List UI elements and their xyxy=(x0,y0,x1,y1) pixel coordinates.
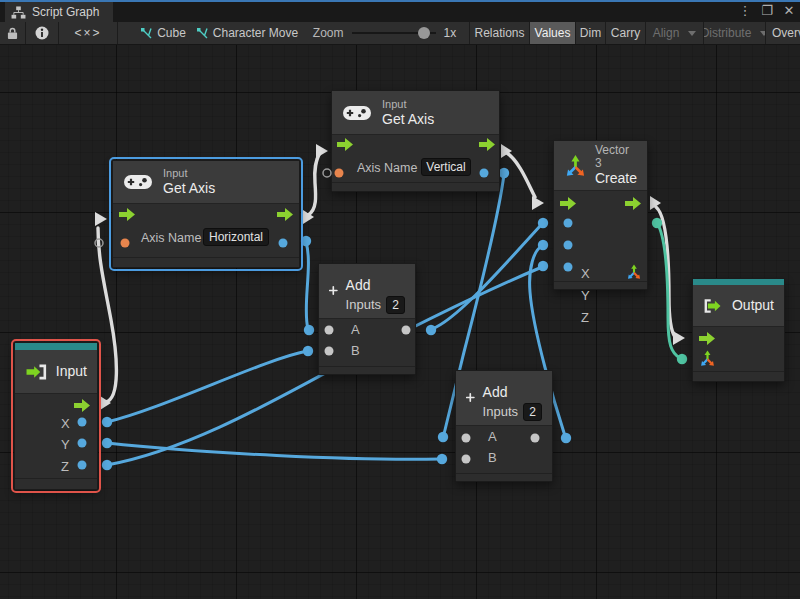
node-title: Add xyxy=(346,277,405,294)
toggle-label: Overv xyxy=(772,26,800,40)
node-title: Get Axis xyxy=(382,111,434,128)
node-title: Input xyxy=(56,363,87,380)
node-vector3-create[interactable]: Vector 3 Create X Y Z xyxy=(553,140,648,290)
node-body: A B xyxy=(319,319,415,368)
node-add-2[interactable]: Add Inputs 2 A B xyxy=(455,370,553,482)
port-a-label: A xyxy=(488,430,497,444)
gamepad-icon xyxy=(342,103,372,123)
node-kind: Input xyxy=(163,167,215,180)
unity-script-graph-window: Input Get Axis Axis Name Horizontal Inpu… xyxy=(0,0,800,599)
toggle-dim[interactable]: Dim xyxy=(576,22,606,44)
close-icon[interactable]: ✕ xyxy=(782,2,796,20)
maximize-icon[interactable]: ❐ xyxy=(760,2,774,20)
flow-out-port[interactable] xyxy=(74,399,90,412)
zoom-control: Zoom 1x xyxy=(300,22,470,44)
node-footer xyxy=(15,478,97,489)
zoom-value: 1x xyxy=(444,26,457,40)
node-footer xyxy=(693,371,784,381)
chevron-down-icon xyxy=(688,31,696,36)
window-accent-line xyxy=(0,0,800,2)
port-y-label: Y xyxy=(61,438,70,452)
node-footer xyxy=(456,473,552,481)
node-header[interactable]: Add Inputs 2 xyxy=(456,371,552,426)
toggle-label: Carry xyxy=(611,26,640,40)
tab-title: Script Graph xyxy=(32,5,99,19)
node-body: X Y Z xyxy=(554,191,647,282)
input-event-icon xyxy=(25,361,48,383)
flow-out-port[interactable] xyxy=(625,197,641,210)
breadcrumb-character-move[interactable]: Character Move xyxy=(194,22,300,44)
port-z-label: Z xyxy=(61,460,69,474)
info-icon xyxy=(35,26,49,40)
node-header[interactable]: Input Get Axis xyxy=(332,91,499,135)
lock-icon xyxy=(7,27,18,40)
flow-in-port[interactable] xyxy=(699,332,715,345)
graph-unit-icon xyxy=(196,27,208,39)
node-body xyxy=(693,327,784,373)
menu-distribute[interactable]: Distribute xyxy=(704,22,766,44)
toggle-label: Values xyxy=(535,26,571,40)
breadcrumb-label: Character Move xyxy=(213,26,298,40)
toggle-values[interactable]: Values xyxy=(530,22,576,44)
inputs-label: Inputs xyxy=(483,405,518,419)
node-header[interactable]: Vector 3 Create xyxy=(554,141,647,191)
plus-icon xyxy=(466,384,475,411)
node-get-axis-vertical[interactable]: Input Get Axis Axis Name Vertical xyxy=(331,90,500,192)
toggle-label: Dim xyxy=(580,26,601,40)
zoom-label: Zoom xyxy=(313,26,344,40)
node-body: Axis Name Horizontal xyxy=(113,204,299,257)
event-accent-bar xyxy=(15,343,97,350)
axis-name-field[interactable]: Horizontal xyxy=(203,228,269,246)
node-footer xyxy=(332,182,499,191)
node-footer xyxy=(319,366,415,374)
window-controls: ⋮ ❐ ✕ xyxy=(738,2,796,20)
node-title: Add xyxy=(483,384,542,401)
toggle-overview[interactable]: Overv xyxy=(766,22,800,44)
port-x-label: X xyxy=(581,267,590,281)
flow-out-port[interactable] xyxy=(479,138,495,151)
code-view-button[interactable]: <×> xyxy=(59,22,118,44)
node-title: Output xyxy=(732,297,774,314)
vector3-input-port[interactable] xyxy=(699,350,716,367)
port-z-label: Z xyxy=(581,311,589,325)
tab-bar: Script Graph ⋮ ❐ ✕ xyxy=(0,0,800,22)
node-title: Get Axis xyxy=(163,180,215,197)
node-get-axis-horizontal[interactable]: Input Get Axis Axis Name Horizontal xyxy=(112,160,300,268)
port-a-label: A xyxy=(351,323,360,337)
toggle-carry[interactable]: Carry xyxy=(606,22,646,44)
node-header[interactable]: Input xyxy=(15,350,97,394)
inputs-count-field[interactable]: 2 xyxy=(386,296,405,314)
node-body: A B xyxy=(456,426,552,475)
code-icon: <×> xyxy=(74,26,101,40)
node-output-event[interactable]: Output xyxy=(692,278,785,382)
breadcrumb-label: Cube xyxy=(157,26,186,40)
zoom-slider-handle[interactable] xyxy=(418,27,430,39)
axis-name-field[interactable]: Vertical xyxy=(421,158,471,176)
inputs-label: Inputs xyxy=(346,298,381,312)
node-kind: Vector 3 xyxy=(595,144,637,170)
node-header[interactable]: Input Get Axis xyxy=(113,161,299,204)
port-b-label: B xyxy=(488,451,497,465)
flow-in-port[interactable] xyxy=(560,197,576,210)
zoom-slider[interactable] xyxy=(352,32,436,34)
lock-button[interactable] xyxy=(0,22,26,44)
node-header[interactable]: Output xyxy=(693,285,784,327)
node-body: Axis Name Vertical xyxy=(332,135,499,183)
info-button[interactable] xyxy=(26,22,59,44)
node-input-event[interactable]: Input X Y Z xyxy=(14,342,98,490)
menu-icon[interactable]: ⋮ xyxy=(738,2,752,20)
node-footer xyxy=(554,281,647,289)
gamepad-icon xyxy=(123,172,153,192)
node-add-1[interactable]: Add Inputs 2 A B xyxy=(318,263,416,375)
breadcrumb-cube[interactable]: Cube xyxy=(132,22,194,44)
flow-in-port[interactable] xyxy=(119,208,135,221)
node-body: X Y Z xyxy=(15,394,97,479)
flow-out-port[interactable] xyxy=(277,208,293,221)
tab-script-graph[interactable]: Script Graph xyxy=(5,2,113,22)
toggle-relations[interactable]: Relations xyxy=(470,22,530,44)
vector3-output-port[interactable] xyxy=(626,264,642,280)
inputs-count-field[interactable]: 2 xyxy=(523,403,542,421)
node-header[interactable]: Add Inputs 2 xyxy=(319,264,415,319)
flow-in-port[interactable] xyxy=(337,138,353,151)
menu-align[interactable]: Align xyxy=(646,22,704,44)
